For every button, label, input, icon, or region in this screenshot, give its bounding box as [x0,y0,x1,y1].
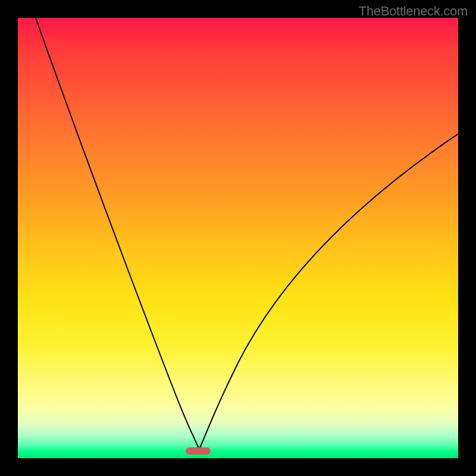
bottleneck-curve-svg [18,18,458,458]
bottleneck-curve [36,18,458,449]
plot-area [18,18,458,458]
optimal-point-marker [186,447,211,455]
watermark-text: TheBottleneck.com [359,4,468,19]
